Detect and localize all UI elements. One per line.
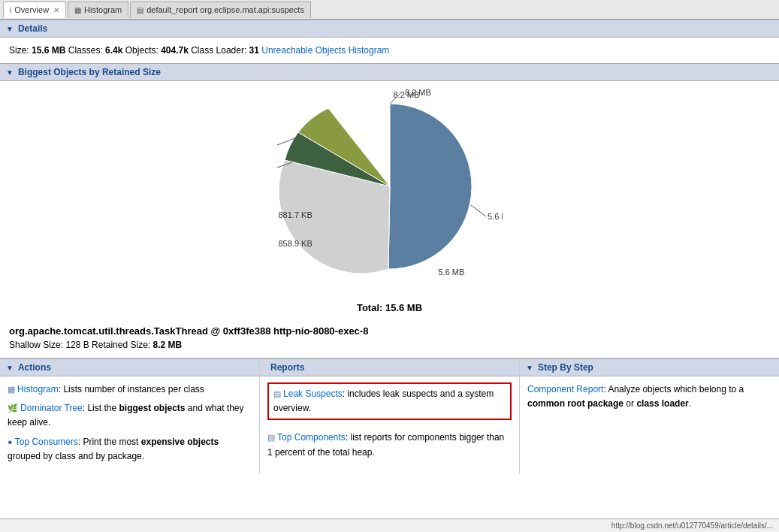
object-title: org.apache.tomcat.util.threads.TaskThrea… <box>9 325 770 337</box>
reports-column: Reports ▤ Leak Suspects: includes leak s… <box>260 358 520 474</box>
stepbystep-label: Step By Step <box>538 362 593 373</box>
reports-header[interactable]: Reports <box>260 358 519 376</box>
actions-arrow-icon: ▼ <box>6 364 14 372</box>
size-label: Size: <box>9 45 32 56</box>
action-item-domtree: 🌿 Dominator Tree: List the biggest objec… <box>8 401 252 430</box>
status-bar: http://blog.csdn.net/u012770459/article/… <box>0 518 779 532</box>
tab-overview[interactable]: i Overview ✕ <box>3 2 66 18</box>
reports-content: ▤ Leak Suspects: includes leak suspects … <box>260 376 519 466</box>
shallow-size-label: Shallow Size: <box>9 340 63 350</box>
topcomponents-icon: ▤ <box>267 433 277 442</box>
report-tab-icon: ▤ <box>137 6 143 14</box>
tab-overview-label: Overview <box>14 5 49 14</box>
report-item-topcomponents: ▤ Top Components: list reports for compo… <box>267 431 512 459</box>
details-header-label: Details <box>18 23 47 34</box>
component-report-link[interactable]: Component Report <box>527 384 603 394</box>
objects-label: Objects: <box>125 45 161 56</box>
actions-content: ▦ Histogram: Lists number of instances p… <box>0 376 259 474</box>
domtree-icon: 🌿 <box>8 404 20 413</box>
topconsumers-icon: ● <box>8 437 15 446</box>
size-value: 15.6 MB <box>32 45 65 56</box>
domtree-link[interactable]: Dominator Tree <box>20 403 83 413</box>
svg-line-0 <box>390 92 401 104</box>
classes-value: 6.4k <box>105 45 122 56</box>
stepbystep-item-component: Component Report: Analyze objects which … <box>527 382 771 411</box>
chart-total-label: Total: 15.6 MB <box>357 302 422 313</box>
tab-overview-close[interactable]: ✕ <box>53 6 59 14</box>
stepbystep-header[interactable]: ▼ Step By Step <box>520 358 779 376</box>
actions-header[interactable]: ▼ Actions <box>0 358 259 376</box>
topcomponents-link[interactable]: Top Components <box>277 432 346 443</box>
biggest-objects-arrow-icon: ▼ <box>6 68 14 77</box>
svg-line-1 <box>471 205 486 216</box>
biggest-objects-header[interactable]: ▼ Biggest Objects by Retained Size <box>0 63 779 81</box>
details-section: Size: 15.6 MB Classes: 6.4k Objects: 404… <box>0 38 779 63</box>
tab-report-label: default_report org.eclipse.mat.api:suspe… <box>146 5 304 14</box>
action-item-histogram: ▦ Histogram: Lists number of instances p… <box>8 382 252 397</box>
main-content: ▼ Details Size: 15.6 MB Classes: 6.4k Ob… <box>0 20 779 532</box>
details-section-header[interactable]: ▼ Details <box>0 20 779 38</box>
stepbystep-arrow-icon: ▼ <box>526 364 533 372</box>
object-size: Shallow Size: 128 B Retained Size: 8.2 M… <box>9 340 770 350</box>
tab-histogram[interactable]: ▦ Histogram <box>68 2 128 18</box>
stepbystep-content: Component Report: Analyze objects which … <box>520 376 779 417</box>
leaksuspects-icon: ▤ <box>273 389 283 398</box>
report-item-leaksuspects: ▤ Leak Suspects: includes leak suspects … <box>267 382 512 425</box>
status-url: http://blog.csdn.net/u012770459/article/… <box>611 521 773 530</box>
label-56mb: 5.6 MB <box>488 212 503 221</box>
actions-column: ▼ Actions ▦ Histogram: Lists number of i… <box>0 358 260 474</box>
tab-default-report[interactable]: ▤ default_report org.eclipse.mat.api:sus… <box>130 2 311 18</box>
pie-svg: 8.2 MB 5.6 MB 881.7 KB 858.9 KB <box>277 89 503 292</box>
objects-value: 404.7k <box>161 45 189 56</box>
classloader-value: 31 <box>249 45 259 56</box>
bottom-section: ▼ Actions ▦ Histogram: Lists number of i… <box>0 358 779 474</box>
leaksuspects-link[interactable]: Leak Suspects <box>283 388 343 399</box>
shallow-size-value: 128 B <box>65 340 89 350</box>
pie-chart: 8.2 MB 5.6 MB 881.7 KB 858.9 KB 8.2 MB 5… <box>277 89 503 299</box>
actions-label: Actions <box>18 362 51 373</box>
details-arrow-icon: ▼ <box>6 25 14 33</box>
tab-histogram-label: Histogram <box>84 5 122 14</box>
unreachable-objects-link[interactable]: Unreachable Objects Histogram <box>261 45 389 56</box>
retained-size-value: 8.2 MB <box>152 340 182 350</box>
classloader-label: Class Loader: <box>191 45 249 56</box>
object-info: org.apache.tomcat.util.threads.TaskThrea… <box>0 321 779 355</box>
info-icon: i <box>10 6 11 14</box>
histogram-link[interactable]: Histogram <box>17 384 59 394</box>
histogram-desc: : Lists number of instances per class <box>59 384 204 394</box>
label-8mb: 8.2 MB <box>405 89 431 97</box>
retained-size-label: Retained Size: <box>92 340 150 350</box>
classes-label: Classes: <box>68 45 105 56</box>
biggest-objects-label: Biggest Objects by Retained Size <box>18 67 161 77</box>
leak-suspects-highlight: ▤ Leak Suspects: includes leak suspects … <box>267 382 512 420</box>
histogram-icon: ▦ <box>8 385 17 394</box>
reports-label: Reports <box>270 362 304 373</box>
action-item-topconsumers: ● Top Consumers: Print the most expensiv… <box>8 435 252 464</box>
chart-section: 8.2 MB 5.6 MB 881.7 KB 858.9 KB 8.2 MB 5… <box>0 81 779 321</box>
topconsumers-link[interactable]: Top Consumers <box>15 437 78 447</box>
tab-bar: i Overview ✕ ▦ Histogram ▤ default_repor… <box>0 0 779 20</box>
stepbystep-column: ▼ Step By Step Component Report: Analyze… <box>520 358 779 474</box>
histogram-tab-icon: ▦ <box>74 6 81 14</box>
